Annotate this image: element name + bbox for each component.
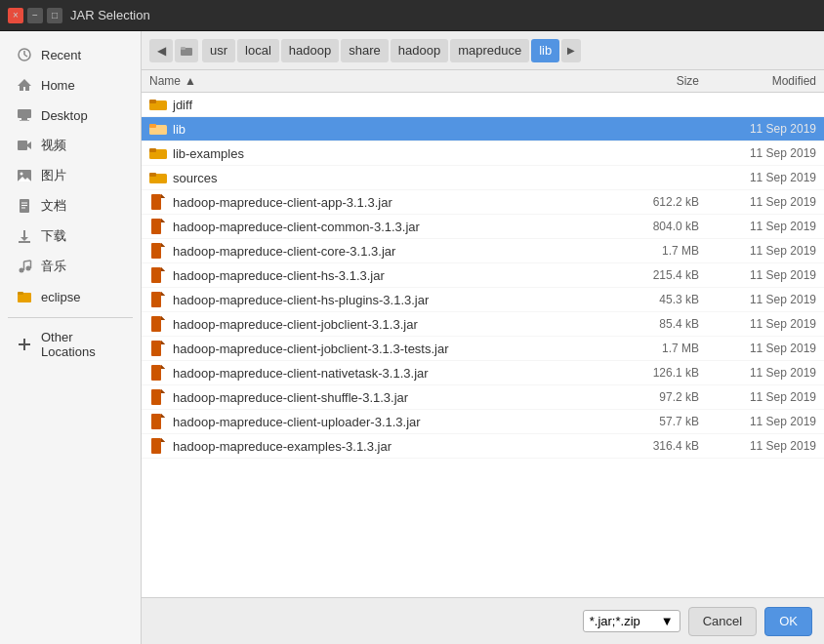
- file-name: hadoop-mapreduce-client-hs-3.1.3.jar: [173, 268, 385, 283]
- file-modified: 11 Sep 2019: [699, 415, 816, 428]
- file-name: hadoop-mapreduce-client-nativetask-3.1.3…: [173, 366, 429, 381]
- svg-marker-61: [161, 365, 165, 369]
- maximize-button[interactable]: □: [47, 8, 62, 23]
- file-size: 804.0 kB: [601, 220, 699, 233]
- picture-icon: [16, 167, 33, 184]
- breadcrumb-more-button[interactable]: ▶: [561, 39, 581, 62]
- folder-icon: [16, 288, 33, 305]
- content-area: ◀ usrlocalhadoopsharehadoopmapreducelib …: [142, 31, 824, 644]
- table-row[interactable]: hadoop-mapreduce-client-jobclient-3.1.3.…: [142, 312, 824, 337]
- file-modified: 11 Sep 2019: [699, 366, 816, 380]
- breadcrumb-segment-usr[interactable]: usr: [202, 39, 235, 62]
- sidebar-item-music[interactable]: 音乐: [4, 252, 137, 281]
- name-header[interactable]: Name ▲: [149, 74, 601, 88]
- sidebar-item-label: eclipse: [41, 290, 80, 304]
- sidebar-item-label: Other Locations: [41, 330, 125, 359]
- table-row[interactable]: jdiff: [142, 93, 824, 117]
- table-row[interactable]: hadoop-mapreduce-client-app-3.1.3.jar612…: [142, 190, 824, 215]
- table-row[interactable]: hadoop-mapreduce-client-uploader-3.1.3.j…: [142, 410, 824, 434]
- svg-marker-52: [161, 292, 165, 296]
- clock-icon: [16, 46, 33, 63]
- sidebar-item-label: 音乐: [41, 258, 66, 275]
- file-size: 57.7 kB: [601, 415, 699, 428]
- breadcrumb-segment-hadoop[interactable]: hadoop: [281, 39, 339, 62]
- breadcrumb-segment-share[interactable]: share: [341, 39, 389, 62]
- filter-label: *.jar;*.zip: [590, 614, 640, 628]
- svg-rect-6: [20, 120, 29, 121]
- breadcrumb-segment-lib[interactable]: lib: [531, 39, 559, 62]
- file-modified: 11 Sep 2019: [699, 244, 816, 258]
- breadcrumb-bar: ◀ usrlocalhadoopsharehadoopmapreducelib …: [142, 31, 824, 70]
- table-row[interactable]: sources11 Sep 2019: [142, 166, 824, 190]
- file-modified: 11 Sep 2019: [699, 390, 816, 404]
- folder-icon: [149, 120, 167, 138]
- sidebar-item-label: Recent: [41, 48, 81, 62]
- svg-marker-43: [161, 219, 165, 222]
- jar-icon: [149, 242, 167, 260]
- sidebar-item-pictures[interactable]: 图片: [4, 161, 137, 190]
- file-name: lib-examples: [173, 146, 244, 161]
- folder-icon: [149, 169, 167, 186]
- svg-rect-50: [151, 292, 161, 307]
- table-row[interactable]: lib11 Sep 2019: [142, 117, 824, 141]
- file-size: 1.7 MB: [601, 244, 699, 258]
- svg-marker-8: [27, 141, 31, 149]
- sidebar-item-other[interactable]: Other Locations: [4, 324, 137, 365]
- plus-icon: [16, 336, 33, 353]
- svg-marker-67: [161, 414, 165, 418]
- table-row[interactable]: hadoop-mapreduce-client-hs-3.1.3.jar215.…: [142, 263, 824, 288]
- table-row[interactable]: hadoop-mapreduce-client-common-3.1.3.jar…: [142, 215, 824, 239]
- table-row[interactable]: hadoop-mapreduce-client-nativetask-3.1.3…: [142, 361, 824, 385]
- svg-rect-4: [18, 109, 31, 118]
- file-modified: 11 Sep 2019: [699, 220, 816, 233]
- download-icon: [16, 227, 33, 245]
- table-row[interactable]: hadoop-mapreduce-client-jobclient-3.1.3-…: [142, 337, 824, 361]
- breadcrumb-segment-mapreduce[interactable]: mapreduce: [450, 39, 529, 62]
- window-title: JAR Selection: [70, 8, 150, 22]
- modified-header[interactable]: Modified: [699, 74, 816, 88]
- breadcrumb-segment-hadoop[interactable]: hadoop: [391, 39, 448, 62]
- table-row[interactable]: lib-examples11 Sep 2019: [142, 141, 824, 166]
- sidebar-item-desktop[interactable]: Desktop: [4, 101, 137, 130]
- jar-icon: [149, 413, 167, 430]
- file-modified: 11 Sep 2019: [699, 171, 816, 184]
- sidebar-item-videos[interactable]: 视频: [4, 131, 137, 160]
- file-name: hadoop-mapreduce-examples-3.1.3.jar: [173, 439, 391, 454]
- table-row[interactable]: hadoop-mapreduce-client-shuffle-3.1.3.ja…: [142, 385, 824, 410]
- table-row[interactable]: hadoop-mapreduce-client-hs-plugins-3.1.3…: [142, 288, 824, 312]
- svg-marker-17: [21, 237, 28, 241]
- svg-rect-47: [151, 267, 161, 283]
- breadcrumb-segment-local[interactable]: local: [237, 39, 279, 62]
- file-name: hadoop-mapreduce-client-app-3.1.3.jar: [173, 195, 392, 210]
- filter-dropdown[interactable]: *.jar;*.zip ▼: [583, 610, 680, 632]
- sidebar-item-home[interactable]: Home: [4, 70, 137, 100]
- minimize-button[interactable]: −: [27, 8, 43, 23]
- cancel-button[interactable]: Cancel: [688, 607, 757, 636]
- file-list[interactable]: Name ▲ Size Modified jdifflib11 Sep 2019…: [142, 70, 824, 597]
- file-name: sources: [173, 171, 218, 185]
- svg-marker-70: [161, 438, 165, 442]
- svg-rect-33: [149, 124, 156, 128]
- document-icon: [16, 197, 33, 215]
- sidebar-item-downloads[interactable]: 下载: [4, 221, 137, 251]
- close-button[interactable]: ×: [8, 8, 23, 23]
- file-modified: 11 Sep 2019: [699, 317, 816, 331]
- sidebar-item-documents[interactable]: 文档: [4, 191, 137, 221]
- jar-icon: [149, 315, 167, 333]
- svg-rect-53: [151, 316, 161, 332]
- file-modified: 11 Sep 2019: [699, 439, 816, 453]
- file-list-header: Name ▲ Size Modified: [142, 70, 824, 93]
- ok-button[interactable]: OK: [764, 607, 812, 636]
- svg-rect-44: [151, 243, 161, 259]
- music-icon: [16, 258, 33, 275]
- file-modified: 11 Sep 2019: [699, 195, 816, 209]
- size-header[interactable]: Size: [601, 74, 699, 88]
- table-row[interactable]: hadoop-mapreduce-examples-3.1.3.jar316.4…: [142, 434, 824, 459]
- sidebar-item-eclipse[interactable]: eclipse: [4, 282, 137, 311]
- file-size: 126.1 kB: [601, 366, 699, 380]
- nav-back-button[interactable]: ◀: [149, 39, 173, 62]
- table-row[interactable]: hadoop-mapreduce-client-core-3.1.3.jar1.…: [142, 239, 824, 263]
- sidebar-item-recent[interactable]: Recent: [4, 40, 137, 69]
- jar-icon: [149, 218, 167, 235]
- svg-rect-68: [151, 438, 161, 454]
